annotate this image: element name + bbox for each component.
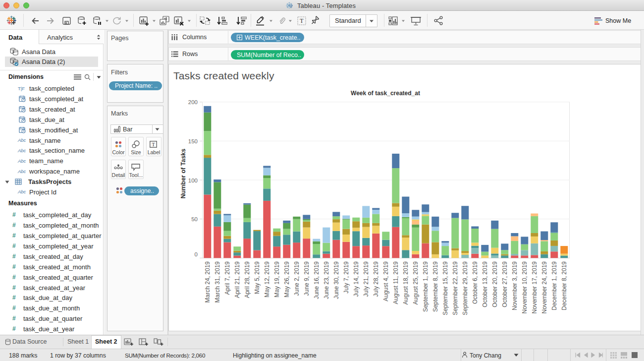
svg-text:50: 50 [191,216,198,222]
svg-text:June 30, 2019: June 30, 2019 [333,261,340,299]
svg-text:March 24, 2019: March 24, 2019 [204,261,211,303]
svg-text:June 16, 2019: June 16, 2019 [313,261,320,299]
svg-text:October 13, 2019: October 13, 2019 [482,261,488,307]
svg-text:May 12, 2019: May 12, 2019 [264,261,270,298]
svg-text:August 25, 2019: August 25, 2019 [412,261,419,305]
svg-text:December 1, 2019: December 1, 2019 [551,261,558,310]
svg-text:June 2, 2019: June 2, 2019 [293,261,300,296]
svg-text:August 18, 2019: August 18, 2019 [402,261,409,305]
svg-text:November 17, 2019: November 17, 2019 [531,261,538,314]
svg-text:July 14, 2019: July 14, 2019 [353,261,360,297]
svg-text:T: T [152,142,155,147]
svg-text:November 3, 2019: November 3, 2019 [511,261,518,310]
svg-text:October 20, 2019: October 20, 2019 [491,261,498,307]
svg-text:May 26, 2019: May 26, 2019 [283,261,290,298]
svg-text:April 28, 2019: April 28, 2019 [244,261,251,298]
svg-text:September 1, 2019: September 1, 2019 [422,261,429,312]
svg-text:0: 0 [195,251,198,257]
svg-text:August 11, 2019: August 11, 2019 [392,261,399,304]
svg-text:July 28, 2019: July 28, 2019 [373,261,379,297]
svg-text:April 21, 2019: April 21, 2019 [234,261,241,298]
svg-text:100: 100 [188,178,198,183]
svg-text:July 7, 2019: July 7, 2019 [343,261,350,294]
svg-text:April 7, 2019: April 7, 2019 [224,261,231,295]
svg-text:200: 200 [188,99,198,105]
svg-text:September 29, 2019: September 29, 2019 [462,261,469,315]
svg-text:Number of Tasks: Number of Tasks [180,149,187,199]
svg-text:November 24, 2019: November 24, 2019 [541,261,548,314]
svg-text:November 10, 2019: November 10, 2019 [521,261,528,314]
svg-text:T: T [300,17,304,24]
svg-text:October 27, 2019: October 27, 2019 [501,261,508,307]
svg-text:December 8, 2019: December 8, 2019 [561,261,568,310]
svg-text:June 9, 2019: June 9, 2019 [303,261,310,296]
svg-text:October 6, 2019: October 6, 2019 [472,261,479,304]
svg-text:May 19, 2019: May 19, 2019 [273,261,280,298]
svg-text:May 5, 2019: May 5, 2019 [254,261,261,294]
svg-text:Week of task_created_at: Week of task_created_at [351,90,420,97]
svg-text:March 31, 2019: March 31, 2019 [214,261,221,303]
svg-text:September 8, 2019: September 8, 2019 [432,261,439,312]
svg-text:150: 150 [188,138,198,144]
svg-text:July 21, 2019: July 21, 2019 [363,261,370,297]
svg-text:August 4, 2019: August 4, 2019 [382,261,389,301]
svg-text:June 23, 2019: June 23, 2019 [323,261,330,299]
svg-text:September 22, 2019: September 22, 2019 [452,261,459,315]
svg-text:September 15, 2019: September 15, 2019 [442,261,449,315]
